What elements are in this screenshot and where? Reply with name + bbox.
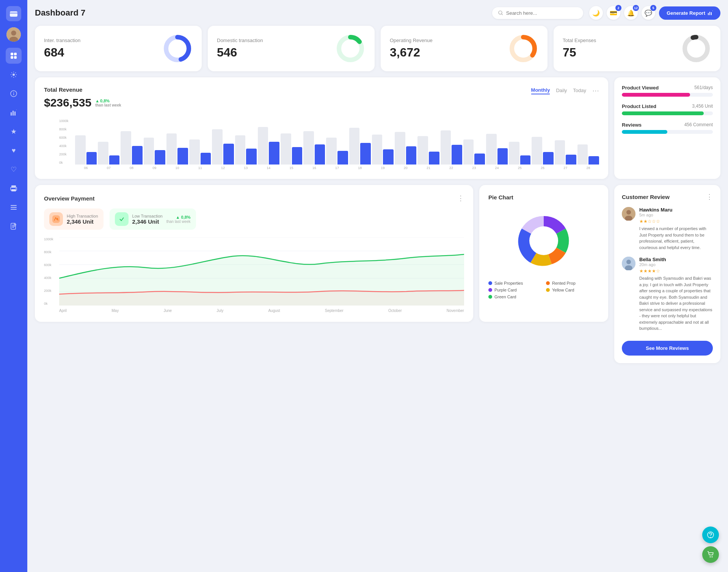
chat-badge: 5 bbox=[650, 5, 656, 11]
sidebar-item-document[interactable] bbox=[6, 218, 22, 234]
wallet-btn[interactable]: 💳 2 bbox=[607, 6, 620, 20]
user-avatar[interactable] bbox=[6, 27, 21, 42]
svg-point-47 bbox=[529, 226, 558, 255]
bar-fg-16 bbox=[452, 145, 462, 165]
bar-group-3 bbox=[144, 123, 165, 165]
bar-bg-7 bbox=[235, 135, 246, 165]
high-transaction-value: 2,346 Unit bbox=[67, 218, 98, 225]
sidebar-item-star[interactable]: ★ bbox=[6, 124, 22, 139]
bar-fg-10 bbox=[315, 144, 325, 165]
bar-bg-17 bbox=[463, 139, 474, 165]
review-text-1: Dealing with Syamsudin and Bakri was a j… bbox=[639, 275, 713, 332]
x-label-23: 23 bbox=[463, 166, 485, 170]
chat-btn[interactable]: 💬 5 bbox=[642, 6, 655, 20]
bar-group-15 bbox=[417, 123, 439, 165]
revenue-header: Total Revenue Monthly Daily Today ⋯ bbox=[44, 86, 599, 95]
high-transaction-info: High Transaction 2,346 Unit bbox=[67, 214, 98, 225]
bar-fg-19 bbox=[520, 155, 531, 165]
legend-label-purple: Purple Card bbox=[494, 288, 517, 292]
x-label-15: 15 bbox=[281, 166, 302, 170]
bar-group-16 bbox=[441, 123, 462, 165]
search-box[interactable] bbox=[492, 7, 583, 19]
sidebar-item-heart-outline[interactable]: ♡ bbox=[6, 161, 22, 177]
sidebar-item-analytics[interactable] bbox=[6, 105, 22, 121]
generate-report-label: Generate Report bbox=[667, 10, 705, 16]
stat-value-inter: 684 bbox=[44, 45, 80, 60]
legend-sale: Sale Properties bbox=[488, 281, 541, 285]
sidebar-item-dashboard[interactable] bbox=[6, 48, 22, 64]
stat-info-domestic: Domestic transaction 546 bbox=[217, 38, 263, 60]
stat-row-product-viewed: Product Viewed 561/days bbox=[622, 85, 713, 97]
reviews-card: Customer Review ⋮ Hawkins Maru 5m ago ★★… bbox=[614, 185, 720, 363]
stat-value-expenses: 75 bbox=[563, 45, 596, 60]
sidebar-item-list[interactable] bbox=[6, 199, 22, 215]
sidebar-item-print[interactable] bbox=[6, 180, 22, 196]
tab-daily[interactable]: Daily bbox=[556, 88, 567, 94]
payment-more[interactable]: ⋮ bbox=[457, 194, 464, 202]
pie-title: Pie Chart bbox=[488, 194, 599, 201]
bar-group-17 bbox=[463, 123, 485, 165]
legend-label-rented: Rented Prop bbox=[552, 281, 576, 285]
x-label-26: 26 bbox=[532, 166, 553, 170]
svg-rect-14 bbox=[13, 111, 14, 116]
bar-bg-15 bbox=[417, 136, 428, 165]
y-label-400k: 400k bbox=[59, 144, 74, 148]
x-label-08: 08 bbox=[121, 166, 142, 170]
bar-fg-8 bbox=[269, 142, 279, 165]
fab-cart[interactable] bbox=[702, 546, 719, 563]
bar-fg-20 bbox=[543, 152, 554, 165]
theme-toggle[interactable]: 🌙 bbox=[589, 6, 603, 20]
stat-info-inter: Inter. transaction 684 bbox=[44, 38, 80, 60]
tab-monthly[interactable]: Monthly bbox=[531, 87, 550, 94]
bar-fg-2 bbox=[132, 146, 143, 165]
revenue-more[interactable]: ⋯ bbox=[592, 86, 599, 95]
payment-card: Overview Payment ⋮ High Transaction 2,34… bbox=[35, 185, 473, 322]
review-stars-1: ★★★★☆ bbox=[639, 268, 713, 274]
sidebar-item-info[interactable] bbox=[6, 86, 22, 102]
legend-green: Green Card bbox=[488, 295, 541, 299]
reviews-more[interactable]: ⋮ bbox=[706, 193, 713, 201]
sidebar-item-heart[interactable]: ♥ bbox=[6, 143, 22, 158]
low-change-pct: ▲ 0,8% bbox=[166, 215, 191, 219]
svg-rect-8 bbox=[14, 56, 17, 59]
tab-today[interactable]: Today bbox=[573, 88, 586, 94]
donut-inter bbox=[162, 33, 193, 64]
bar-bg-22 bbox=[577, 144, 588, 165]
svg-line-26 bbox=[502, 14, 503, 15]
bar-bg-13 bbox=[372, 135, 383, 165]
svg-point-20 bbox=[15, 188, 16, 189]
legend-dot-purple bbox=[488, 288, 492, 292]
progress-bar-viewed bbox=[622, 93, 713, 97]
content-grid: Total Revenue Monthly Daily Today ⋯ $236… bbox=[35, 77, 720, 179]
generate-report-button[interactable]: Generate Report bbox=[659, 6, 720, 20]
bar-bg-8 bbox=[258, 127, 268, 165]
svg-rect-15 bbox=[14, 111, 16, 116]
bar-bg-16 bbox=[441, 130, 451, 165]
sidebar-logo[interactable] bbox=[6, 6, 21, 21]
bell-btn[interactable]: 🔔 12 bbox=[624, 6, 638, 20]
stat-cards: Inter. transaction 684 Domestic transact… bbox=[35, 26, 720, 71]
legend-dot-green bbox=[488, 295, 492, 299]
revenue-title: Total Revenue bbox=[44, 86, 82, 93]
svg-rect-6 bbox=[14, 53, 17, 55]
x-label-13: 13 bbox=[235, 166, 257, 170]
search-input[interactable] bbox=[506, 10, 577, 16]
stat-row-header-listed: Product Listed 3,456 Unit bbox=[622, 103, 713, 109]
x-label-16: 16 bbox=[303, 166, 325, 170]
bar-bg-2 bbox=[121, 131, 131, 165]
see-more-reviews-button[interactable]: See More Reviews bbox=[622, 341, 713, 356]
legend-dot-yellow bbox=[546, 288, 550, 292]
stat-val-listed: 3,456 Unit bbox=[692, 103, 713, 109]
review-item-1: Bella Smith 20m ago ★★★★☆ Dealing with S… bbox=[622, 257, 713, 332]
bar-group-1 bbox=[98, 123, 119, 165]
low-transaction-info: Low Transaction 2,346 Unit bbox=[132, 214, 163, 225]
search-icon bbox=[498, 10, 503, 16]
bar-group-22 bbox=[577, 123, 599, 165]
low-change-label: than last week bbox=[166, 219, 191, 224]
fab-support[interactable] bbox=[702, 527, 719, 543]
sidebar-item-settings[interactable] bbox=[6, 67, 22, 83]
bar-group-12 bbox=[349, 123, 371, 165]
svg-rect-13 bbox=[11, 112, 12, 116]
x-label-25: 25 bbox=[509, 166, 530, 170]
review-time-1: 20m ago bbox=[639, 262, 713, 267]
